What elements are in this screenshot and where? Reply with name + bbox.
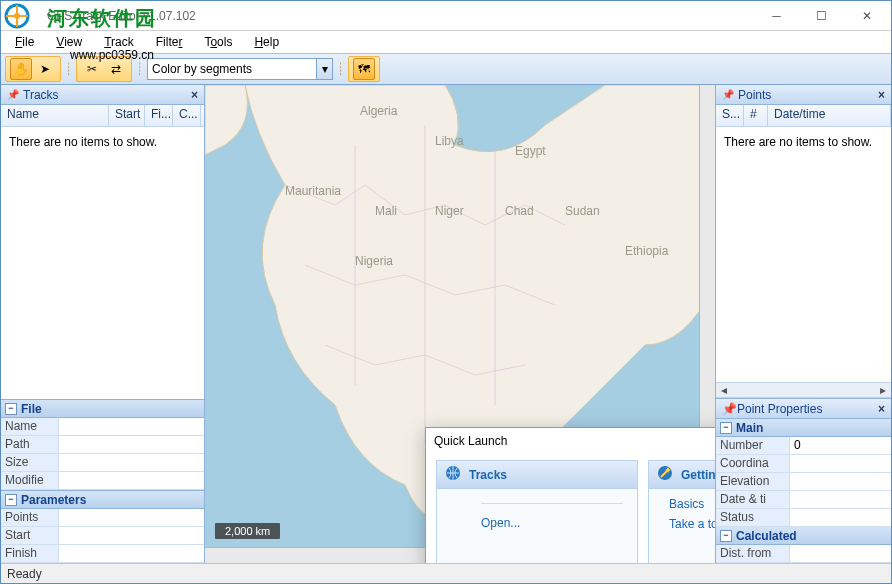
menu-file[interactable]: File xyxy=(5,33,44,51)
svg-text:Nigeria: Nigeria xyxy=(355,254,393,268)
watermark-url: www.pc0359.cn xyxy=(70,48,154,62)
col-c[interactable]: C... xyxy=(173,105,201,126)
file-row: Modifie xyxy=(1,472,204,490)
ql-gs-label: Getting started xyxy=(681,468,715,482)
swap-icon: ⇄ xyxy=(111,62,121,76)
file-row: Name xyxy=(1,418,204,436)
param-row: Points xyxy=(1,509,204,527)
minimize-button[interactable]: ─ xyxy=(754,2,799,30)
ql-open-link[interactable]: Open... xyxy=(481,516,623,530)
svg-text:Egypt: Egypt xyxy=(515,144,546,158)
scroll-right-icon[interactable]: ▸ xyxy=(875,383,891,397)
right-panel: 📌 Points × S... # Date/time There are no… xyxy=(715,85,891,563)
param-row: Start xyxy=(1,527,204,545)
tracks-panel-title: 📌 Tracks × xyxy=(1,85,204,105)
pp-title-label: Point Properties xyxy=(737,402,822,416)
pp-main-label: Main xyxy=(736,421,763,435)
svg-text:Chad: Chad xyxy=(505,204,534,218)
ql-tracks-label: Tracks xyxy=(469,468,507,482)
pp-close[interactable]: × xyxy=(878,402,885,416)
points-list-header: S... # Date/time xyxy=(716,105,891,127)
pp-calc-head[interactable]: − Calculated xyxy=(716,527,891,545)
globe-icon xyxy=(445,465,461,484)
points-panel-title: 📌 Points × xyxy=(716,85,891,105)
toolbar-separator: ┊ xyxy=(337,56,344,82)
svg-text:Libya: Libya xyxy=(435,134,464,148)
scroll-left-icon[interactable]: ◂ xyxy=(716,383,732,397)
col-s[interactable]: S... xyxy=(716,105,744,126)
tool-group-select: ✋ ➤ xyxy=(5,56,61,82)
maximize-button[interactable]: ☐ xyxy=(799,2,844,30)
scale-bar: 2,000 km xyxy=(215,523,280,539)
divider xyxy=(481,503,623,504)
tracks-title-label: Tracks xyxy=(23,88,59,102)
close-button[interactable]: ✕ xyxy=(844,2,889,30)
collapse-icon[interactable]: − xyxy=(720,530,732,542)
col-datetime[interactable]: Date/time xyxy=(768,105,891,126)
map-icon: 🗺 xyxy=(358,62,370,76)
tracks-empty-text: There are no items to show. xyxy=(1,127,204,399)
svg-text:Algeria: Algeria xyxy=(360,104,398,118)
pointer-tool-button[interactable]: ➤ xyxy=(34,58,56,80)
chevron-down-icon[interactable]: ▾ xyxy=(317,58,333,80)
file-section-label: File xyxy=(21,402,42,416)
menu-tools[interactable]: Tools xyxy=(194,33,242,51)
hand-icon: ✋ xyxy=(14,62,29,76)
svg-text:Mali: Mali xyxy=(375,204,397,218)
ql-basics-link[interactable]: Basics xyxy=(669,497,715,511)
map-viewport[interactable]: AlgeriaLibyaEgypt MauritaniaMaliNigerCha… xyxy=(205,85,715,563)
collapse-icon[interactable]: − xyxy=(5,403,17,415)
file-section-head[interactable]: − File xyxy=(1,400,204,418)
pin-icon[interactable]: 📌 xyxy=(722,402,737,416)
svg-text:Mauritania: Mauritania xyxy=(285,184,341,198)
parameters-section: − Parameters Points Start Finish xyxy=(1,490,204,563)
ql-tour-link[interactable]: Take a tour xyxy=(669,517,715,531)
points-panel-close[interactable]: × xyxy=(878,88,885,102)
pin-icon[interactable]: 📌 xyxy=(7,89,19,100)
app-logo-icon xyxy=(3,2,43,30)
points-hscroll[interactable]: ◂ ▸ xyxy=(716,382,891,398)
watermark-text: 河东软件园 xyxy=(47,5,157,32)
wand-icon xyxy=(657,465,673,484)
collapse-icon[interactable]: − xyxy=(720,422,732,434)
file-row: Size xyxy=(1,454,204,472)
statusbar: Ready xyxy=(1,563,891,583)
color-mode-input[interactable] xyxy=(147,58,317,80)
col-num[interactable]: # xyxy=(744,105,768,126)
tracks-panel-close[interactable]: × xyxy=(191,88,198,102)
main-area: 📌 Tracks × Name Start Fi... C... There a… xyxy=(1,85,891,563)
points-title-label: Points xyxy=(738,88,771,102)
col-finish[interactable]: Fi... xyxy=(145,105,173,126)
quick-launch-titlebar[interactable]: Quick Launch ✕ xyxy=(426,428,715,454)
color-mode-select[interactable]: ▾ xyxy=(147,58,333,80)
tracks-list-header: Name Start Fi... C... xyxy=(1,105,204,127)
map-tool-button[interactable]: 🗺 xyxy=(353,58,375,80)
svg-point-1 xyxy=(14,13,20,19)
scissors-icon: ✂ xyxy=(87,62,97,76)
svg-text:Sudan: Sudan xyxy=(565,204,600,218)
menu-help[interactable]: Help xyxy=(244,33,289,51)
status-text: Ready xyxy=(7,567,42,581)
svg-text:Ethiopia: Ethiopia xyxy=(625,244,669,258)
quick-launch-title-label: Quick Launch xyxy=(434,434,507,448)
pp-calc-label: Calculated xyxy=(736,529,797,543)
titlebar: GPS Track Editor v1.07.102 河东软件园 ─ ☐ ✕ xyxy=(1,1,891,31)
file-row: Path xyxy=(1,436,204,454)
parameters-section-head[interactable]: − Parameters xyxy=(1,491,204,509)
pp-main-head[interactable]: − Main xyxy=(716,419,891,437)
tool-group-map: 🗺 xyxy=(348,56,380,82)
pin-icon[interactable]: 📌 xyxy=(722,89,734,100)
svg-text:Niger: Niger xyxy=(435,204,464,218)
col-start[interactable]: Start xyxy=(109,105,145,126)
collapse-icon[interactable]: − xyxy=(5,494,17,506)
file-section: − File Name Path Size Modifie xyxy=(1,399,204,490)
ql-getting-started-card: Getting started Basics Take a tour xyxy=(648,460,715,563)
points-empty-text: There are no items to show. xyxy=(716,127,891,382)
pointer-icon: ➤ xyxy=(40,62,50,76)
quick-launch-dialog: Quick Launch ✕ Tracks Open... xyxy=(425,427,715,563)
left-panel: 📌 Tracks × Name Start Fi... C... There a… xyxy=(1,85,205,563)
point-properties-panel: 📌 Point Properties × − Main Number0 Coor… xyxy=(716,398,891,563)
ql-tracks-card: Tracks Open... xyxy=(436,460,638,563)
col-name[interactable]: Name xyxy=(1,105,109,126)
hand-tool-button[interactable]: ✋ xyxy=(10,58,32,80)
